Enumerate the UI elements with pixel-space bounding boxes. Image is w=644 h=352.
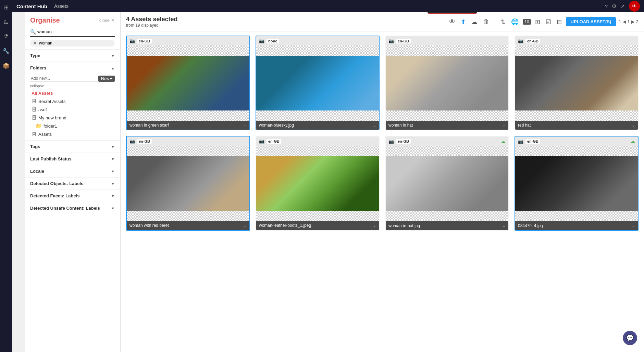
locale-badge: en-GB (396, 39, 411, 43)
folder-item-assets[interactable]: 🗄 Assets (30, 131, 115, 138)
upload-button[interactable]: UPLOAD ASSET(S) (566, 17, 616, 26)
profile-icon[interactable]: 👁 (629, 1, 640, 12)
asset-image-area (386, 146, 508, 221)
asset-card-8[interactable]: 📷 en-GB ☁ 084479_4.jpg ⌄ (515, 136, 639, 231)
new-btn-label: New (101, 76, 109, 81)
asset-card-6[interactable]: 📷 en-GB woman-leather-boots_1.jpeg ⌄ (256, 136, 380, 231)
detected-faces-section-header[interactable]: Detected Faces: Labels ▼ (25, 190, 120, 202)
expand-icon[interactable]: ⌄ (632, 123, 635, 128)
asset-card-2[interactable]: 📷 none woman-bluesky.jpg ⌄ (256, 36, 380, 130)
grid-icon[interactable]: ⊞ (534, 17, 542, 27)
asset-card-footer: woman with red beret ⌄ (127, 221, 249, 230)
tags-label: Tags (30, 144, 40, 149)
add-new-row: New ▾ (30, 75, 115, 82)
close-icon[interactable]: ✕ (111, 18, 115, 23)
selected-sub: from 19 displayed (126, 23, 444, 28)
asset-image-area (515, 45, 638, 121)
folder-item-asdf[interactable]: 🗄 asdf (30, 106, 115, 113)
camera-icon: 📷 (129, 139, 135, 144)
expand-icon[interactable]: ⌄ (243, 123, 247, 128)
asset-card-3[interactable]: 📷 en-GB woman in hat ⌄ (385, 36, 509, 130)
filter-tag-remove[interactable]: ✕ (33, 40, 37, 46)
asset-name: woman-in-hat.jpg (388, 223, 501, 228)
checker-top (386, 45, 508, 56)
search-input[interactable] (36, 28, 115, 35)
globe-icon[interactable]: 🌐 (510, 17, 520, 27)
upload-cloud-icon[interactable]: ⬆ (459, 17, 467, 27)
toolbar-divider (495, 18, 495, 26)
folder-item-all[interactable]: All Assets (30, 90, 115, 96)
locale-label: Locale (30, 169, 44, 174)
close-button[interactable]: close ✕ (99, 18, 115, 23)
asset-card-header: 📷 en-GB (256, 136, 379, 146)
asset-card-header: 📷 en-GB (127, 136, 249, 146)
asset-card-header: 📷 en-GB ☁ (515, 136, 638, 146)
folders-section-header[interactable]: Folders ▲ (25, 62, 120, 74)
expand-icon[interactable]: ⌄ (373, 123, 376, 128)
last-publish-label: Last Publish Status (30, 156, 72, 161)
sort-icon[interactable]: ⇅ (499, 17, 507, 27)
page-next[interactable]: ▶ (631, 19, 635, 24)
assets-label: Assets (38, 132, 52, 137)
app-section: Assets (54, 3, 605, 9)
asset-image-area (515, 146, 638, 221)
type-section-header[interactable]: Type ▼ (25, 49, 120, 62)
page-prev[interactable]: ◀ (623, 19, 626, 24)
layers-icon[interactable]: 📦 (1, 61, 11, 70)
asdf-label: asdf (38, 107, 47, 112)
asset-card-1[interactable]: 📷 en-GB woman in green scarf ⌄ (126, 36, 250, 130)
asset-image-area (256, 45, 379, 121)
asset-photo (515, 56, 638, 110)
tags-chevron: ▼ (111, 145, 115, 149)
expand-icon[interactable]: ⌄ (632, 223, 635, 228)
settings-icon[interactable]: ⚙ (612, 3, 616, 9)
adjust-icon[interactable]: ⊟ (555, 17, 563, 27)
asset-card-5[interactable]: 📷 en-GB woman with red beret ⌄ (126, 136, 250, 231)
expand-icon[interactable]: ⌄ (502, 123, 506, 128)
asset-card-4[interactable]: 📷 en-GB red hat ⌄ (515, 36, 639, 130)
new-folder-button[interactable]: New ▾ (98, 76, 115, 82)
expand-icon[interactable]: ⌄ (243, 223, 247, 228)
locale-section-header[interactable]: Locale ▼ (25, 165, 120, 177)
checker-top (256, 45, 379, 56)
folder-item-mybrand[interactable]: 🗄 My new brand (30, 114, 115, 121)
detected-unsafe-section-header[interactable]: Detected Unsafe Content: Labels ▼ (25, 202, 120, 214)
asset-card-footer: 084479_4.jpg ⌄ (515, 221, 638, 230)
last-publish-chevron: ▼ (111, 157, 115, 161)
filter-icon[interactable]: ⚗ (2, 32, 10, 41)
tags-section-header[interactable]: Tags ▼ (25, 140, 120, 153)
last-publish-section-header[interactable]: Last Publish Status ▼ (25, 153, 120, 165)
share-icon[interactable]: ↗ (620, 3, 625, 9)
page-2[interactable]: 2 (636, 19, 639, 24)
asset-card-7[interactable]: 📷 en-GB ☁ woman-in-hat.jpg ⌄ (385, 136, 509, 231)
pagination: 1 ◀ 1 ▶ 2 (619, 19, 639, 24)
folder-item-secret[interactable]: 🗄 Secret Assets (30, 98, 115, 105)
folder-item-folder1[interactable]: 📁 folder1 (30, 122, 115, 129)
asset-photo (127, 156, 249, 211)
page-1[interactable]: 1 (628, 19, 630, 24)
page-current: 1 (619, 19, 621, 24)
publish-selected-btn[interactable]: Publish selected asset(s) 👁 (448, 18, 457, 25)
download-cloud-icon[interactable]: ☁ (470, 17, 479, 27)
folder-icon-folder1: 📁 (36, 123, 41, 129)
eye-view-icon[interactable]: 👁 (448, 17, 457, 26)
detected-faces-label: Detected Faces: Labels (30, 193, 80, 198)
apps-icon[interactable]: ⊞ (3, 3, 10, 12)
help-icon[interactable]: ? (605, 3, 608, 9)
organise-title: Organise (30, 16, 60, 24)
detected-unsafe-chevron: ▼ (111, 206, 115, 210)
expand-icon[interactable]: ⌄ (373, 223, 376, 228)
detected-objects-section-header[interactable]: Detected Objects: Labels ▼ (25, 177, 120, 190)
add-folder-input[interactable] (30, 75, 98, 82)
tools-icon[interactable]: 🔧 (1, 47, 11, 56)
asset-card-footer: woman-bluesky.jpg ⌄ (256, 121, 379, 130)
check-icon[interactable]: ☑ (544, 17, 553, 27)
folder-icon-nav[interactable]: 🗂 (2, 17, 10, 26)
locale-badge: en-GB (525, 139, 540, 144)
expand-icon[interactable]: ⌄ (502, 223, 506, 228)
delete-icon[interactable]: 🗑 (482, 17, 491, 27)
chat-icon[interactable]: 💬 (623, 331, 637, 345)
checker-bottom (127, 211, 249, 221)
checker-bottom (127, 110, 249, 121)
collapse-link[interactable]: collapse (30, 84, 115, 88)
